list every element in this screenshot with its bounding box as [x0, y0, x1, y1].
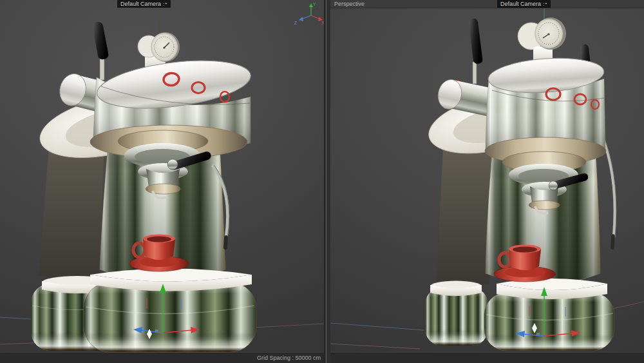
- viewport-splitter[interactable]: [324, 0, 330, 363]
- camera-label-text: Default Camera: [500, 1, 541, 7]
- steam-lever-left: [469, 19, 483, 84]
- scene-render-left: Y Z X: [0, 0, 324, 353]
- viewport-left[interactable]: Y Z X Default Camera:*: [0, 0, 324, 353]
- espresso-machine: [31, 22, 256, 352]
- espresso-machine: [423, 17, 616, 351]
- viewport-header[interactable]: Perspective: [330, 0, 644, 8]
- drip-tray: [90, 269, 252, 291]
- camera-label[interactable]: Default Camera:*: [497, 0, 551, 8]
- status-bar: Grid Spacing : 50000 cm: [0, 353, 644, 363]
- viewport-title: Perspective: [334, 1, 365, 7]
- camera-state-icon[interactable]: :*: [543, 1, 547, 7]
- machine-base: [484, 293, 614, 351]
- pressure-gauge: [518, 17, 566, 63]
- machine-back-column: [437, 147, 493, 285]
- viewport-right[interactable]: Perspective Default Camera:*: [330, 0, 644, 353]
- scene-render-right: [330, 0, 644, 353]
- c4d-window: Y Z X Default Camera:*: [0, 0, 644, 363]
- axis-z-label: Z: [294, 21, 297, 25]
- camera-label-text: Default Camera: [120, 1, 161, 7]
- camera-state-icon[interactable]: :*: [163, 1, 167, 7]
- camera-label[interactable]: Default Camera:*: [117, 0, 171, 8]
- drip-tray: [497, 279, 607, 299]
- axis-y-label: Y: [313, 2, 316, 6]
- steam-lever: [93, 22, 108, 80]
- grid-spacing-label: Grid Spacing : 50000 cm: [0, 354, 321, 362]
- machine-base: [84, 282, 256, 352]
- base-lobe: [425, 281, 488, 346]
- world-axis-display: Y Z X: [294, 2, 324, 25]
